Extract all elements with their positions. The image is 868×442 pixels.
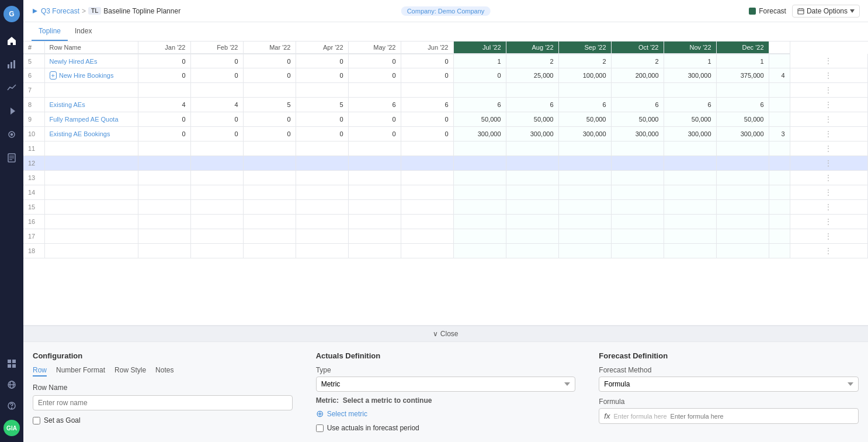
row-data-cell[interactable]: 6 [716,98,769,112]
row-data-cell[interactable]: 0 [190,127,243,141]
table-row[interactable]: 14⋮ [23,185,868,200]
home-icon[interactable] [5,34,19,48]
row-data-cell[interactable] [190,229,243,244]
row-data-cell[interactable]: 0 [138,112,190,127]
row-data-cell[interactable]: 0 [190,112,243,127]
row-data-cell[interactable]: 25,000 [506,68,558,83]
table-row[interactable]: 13⋮ [23,171,868,185]
row-data-cell[interactable] [138,83,190,98]
row-name-cell[interactable]: +New Hire Bookings [44,68,138,83]
row-data-cell[interactable]: 50,000 [611,112,664,127]
row-data-cell[interactable]: 300,000 [453,127,506,141]
row-data-cell[interactable] [453,171,506,185]
row-data-cell[interactable] [769,83,790,98]
row-data-cell[interactable] [506,229,558,244]
tab-index[interactable]: Index [68,22,99,41]
app-logo[interactable]: G [4,6,20,22]
formula-input[interactable] [671,413,853,420]
row-data-cell[interactable] [716,185,769,200]
row-data-cell[interactable] [769,171,790,185]
row-data-cell[interactable] [243,83,296,98]
row-data-cell[interactable] [506,215,558,229]
row-data-cell[interactable] [664,185,716,200]
row-data-cell[interactable] [769,156,790,171]
row-data-cell[interactable]: 50,000 [453,112,506,127]
row-data-cell[interactable] [348,141,401,156]
row-data-cell[interactable]: 0 [138,54,190,68]
row-data-cell[interactable] [348,156,401,171]
row-data-cell[interactable] [558,215,611,229]
row-data-cell[interactable] [453,200,506,215]
row-menu-button[interactable]: ⋮ [790,141,868,156]
row-data-cell[interactable] [243,171,296,185]
row-data-cell[interactable]: 0 [453,68,506,83]
row-data-cell[interactable] [769,98,790,112]
row-data-cell[interactable]: 0 [296,68,348,83]
row-data-cell[interactable] [611,229,664,244]
row-data-cell[interactable] [664,83,716,98]
table-row[interactable]: 9Fully Ramped AE Quota00000050,00050,000… [23,112,868,127]
row-data-cell[interactable] [716,141,769,156]
row-data-cell[interactable]: 6 [664,98,716,112]
row-data-cell[interactable] [664,244,716,258]
table-row[interactable]: 6+New Hire Bookings000000025,000100,0002… [23,68,868,83]
row-data-cell[interactable]: 375,000 [716,68,769,83]
row-data-cell[interactable]: 4 [769,68,790,83]
row-data-cell[interactable] [296,215,348,229]
help-icon[interactable] [5,399,19,413]
config-tab-row[interactable]: Row [33,366,47,377]
row-data-cell[interactable] [138,229,190,244]
table-row[interactable]: 10Existing AE Bookings000000300,000300,0… [23,127,868,141]
row-data-cell[interactable] [769,54,790,68]
row-data-cell[interactable] [664,215,716,229]
row-data-cell[interactable] [138,215,190,229]
row-data-cell[interactable]: 2 [506,54,558,68]
set-as-goal-checkbox[interactable] [33,417,40,424]
row-name-cell[interactable]: Newly Hired AEs [44,54,138,68]
row-data-cell[interactable] [243,244,296,258]
row-data-cell[interactable] [401,200,453,215]
row-data-cell[interactable] [664,200,716,215]
row-name-cell[interactable]: Fully Ramped AE Quota [44,112,138,127]
row-data-cell[interactable] [506,141,558,156]
row-data-cell[interactable]: 0 [296,54,348,68]
row-data-cell[interactable] [190,244,243,258]
row-data-cell[interactable] [664,156,716,171]
row-menu-button[interactable]: ⋮ [790,98,868,112]
row-menu-button[interactable]: ⋮ [790,229,868,244]
table-row[interactable]: 12⋮ [23,156,868,171]
row-data-cell[interactable] [558,200,611,215]
row-data-cell[interactable]: 6 [453,98,506,112]
row-menu-button[interactable]: ⋮ [790,185,868,200]
row-data-cell[interactable] [296,185,348,200]
row-menu-button[interactable]: ⋮ [790,156,868,171]
row-data-cell[interactable] [611,156,664,171]
row-data-cell[interactable]: 0 [296,112,348,127]
row-data-cell[interactable] [296,156,348,171]
row-menu-button[interactable]: ⋮ [790,112,868,127]
row-data-cell[interactable] [769,244,790,258]
row-data-cell[interactable] [296,229,348,244]
row-data-cell[interactable] [401,229,453,244]
row-data-cell[interactable]: 0 [190,54,243,68]
row-data-cell[interactable] [664,171,716,185]
row-data-cell[interactable]: 300,000 [611,127,664,141]
row-data-cell[interactable]: 0 [401,54,453,68]
row-data-cell[interactable] [348,83,401,98]
row-data-cell[interactable]: 300,000 [664,68,716,83]
row-data-cell[interactable] [401,83,453,98]
tab-topline[interactable]: Topline [32,22,68,41]
row-data-cell[interactable]: 6 [611,98,664,112]
row-data-cell[interactable] [138,156,190,171]
row-data-cell[interactable] [716,229,769,244]
row-data-cell[interactable] [769,200,790,215]
row-data-cell[interactable]: 50,000 [716,112,769,127]
row-data-cell[interactable]: 50,000 [506,112,558,127]
row-data-cell[interactable]: 1 [453,54,506,68]
row-data-cell[interactable] [506,200,558,215]
row-data-cell[interactable]: 0 [243,68,296,83]
row-menu-button[interactable]: ⋮ [790,68,868,83]
row-menu-button[interactable]: ⋮ [790,200,868,215]
row-data-cell[interactable]: 0 [348,112,401,127]
row-data-cell[interactable] [769,229,790,244]
